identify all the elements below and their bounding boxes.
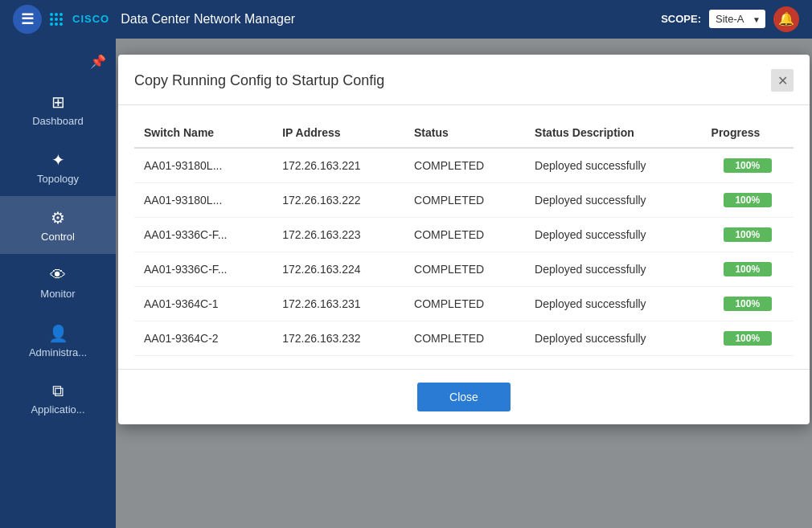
col-header-ip-address: IP Address [273, 118, 404, 148]
table-row: AA01-93180L... 172.26.163.222 COMPLETED … [134, 183, 794, 218]
sidebar-label-control: Control [41, 231, 75, 243]
cell-ip-address: 172.26.163.223 [273, 218, 404, 252]
results-table: Switch Name IP Address Status Status Des… [134, 118, 794, 356]
sidebar-item-applications[interactable]: ⧉ Applicatio... [0, 370, 116, 428]
cell-progress: 100% [702, 218, 794, 252]
cell-status-description: Deployed successfully [525, 321, 701, 356]
cell-switch-name: AA01-93180L... [134, 148, 273, 183]
cell-status: COMPLETED [404, 148, 525, 183]
header-left: ☰ CISCO Data Center Network Manager [13, 5, 295, 34]
pin-area: 📌 [0, 42, 116, 80]
scope-wrapper[interactable]: Site-A Site-B Global ▼ [709, 10, 765, 28]
cell-status-description: Deployed successfully [525, 148, 701, 183]
sidebar-item-administration[interactable]: 👤 Administra... [0, 312, 116, 370]
progress-bar: 100% [724, 227, 772, 242]
cell-ip-address: 172.26.163.222 [273, 183, 404, 218]
sidebar-label-monitor: Monitor [40, 288, 75, 300]
modal-footer: Close [118, 369, 810, 424]
table-row: AA01-9336C-F... 172.26.163.223 COMPLETED… [134, 218, 794, 252]
table-row: AA01-93180L... 172.26.163.221 COMPLETED … [134, 148, 794, 183]
modal-dialog: Copy Running Config to Startup Config ✕ … [118, 55, 810, 424]
cell-progress: 100% [702, 183, 794, 218]
hamburger-icon: ☰ [21, 10, 34, 28]
table-row: AA01-9336C-F... 172.26.163.224 COMPLETED… [134, 252, 794, 287]
scope-dropdown[interactable]: Site-A Site-B Global [709, 10, 765, 28]
col-header-progress: Progress [702, 118, 794, 148]
footer-close-button[interactable]: Close [417, 383, 511, 411]
progress-bar: 100% [724, 297, 772, 311]
cell-switch-name: AA01-93180L... [134, 183, 273, 218]
modal-overlay: Copy Running Config to Startup Config ✕ … [116, 39, 812, 528]
sidebar-item-monitor[interactable]: 👁 Monitor [0, 254, 116, 312]
modal-header: Copy Running Config to Startup Config ✕ [118, 55, 810, 105]
notification-button[interactable]: 🔔 [773, 6, 799, 32]
cell-status-description: Deployed successfully [525, 252, 701, 287]
sidebar-item-control[interactable]: ⚙ Control [0, 196, 116, 254]
cell-switch-name: AA01-9336C-F... [134, 218, 273, 252]
modal-close-button[interactable]: ✕ [771, 69, 794, 92]
cell-switch-name: AA01-9364C-1 [134, 287, 273, 321]
sidebar-label-applications: Applicatio... [31, 403, 84, 415]
sidebar-label-topology: Topology [37, 173, 79, 185]
app-title: Data Center Network Manager [121, 12, 295, 27]
cell-switch-name: AA01-9364C-2 [134, 321, 273, 356]
col-header-status: Status [404, 118, 525, 148]
col-header-status-description: Status Description [525, 118, 701, 148]
modal-title: Copy Running Config to Startup Config [134, 72, 384, 89]
progress-bar: 100% [724, 262, 772, 276]
sidebar-item-topology[interactable]: ✦ Topology [0, 138, 116, 196]
administration-icon: 👤 [48, 324, 68, 343]
cisco-dots-icon [50, 13, 63, 26]
cell-status: COMPLETED [404, 287, 525, 321]
sidebar: 📌 ⊞ Dashboard ✦ Topology ⚙ Control 👁 Mon… [0, 39, 116, 528]
content-area: Copy Running Config to Startup Config ✕ … [116, 39, 812, 528]
progress-bar: 100% [724, 158, 772, 173]
bell-icon: 🔔 [778, 11, 794, 27]
table-header-row: Switch Name IP Address Status Status Des… [134, 118, 794, 148]
dashboard-icon: ⊞ [51, 92, 65, 112]
cell-ip-address: 172.26.163.224 [273, 252, 404, 287]
cell-ip-address: 172.26.163.221 [273, 148, 404, 183]
cell-switch-name: AA01-9336C-F... [134, 252, 273, 287]
cell-status-description: Deployed successfully [525, 218, 701, 252]
control-icon: ⚙ [51, 208, 65, 227]
monitor-icon: 👁 [50, 266, 66, 284]
cell-status: COMPLETED [404, 218, 525, 252]
cell-progress: 100% [702, 148, 794, 183]
cell-ip-address: 172.26.163.232 [273, 321, 404, 356]
cell-status: COMPLETED [404, 252, 525, 287]
main-layout: 📌 ⊞ Dashboard ✦ Topology ⚙ Control 👁 Mon… [0, 39, 812, 528]
cell-progress: 100% [702, 321, 794, 356]
menu-button[interactable]: ☰ [13, 5, 42, 34]
scope-label: SCOPE: [661, 13, 701, 25]
cisco-logo: CISCO [50, 13, 109, 26]
cell-progress: 100% [702, 252, 794, 287]
table-row: AA01-9364C-2 172.26.163.232 COMPLETED De… [134, 321, 794, 356]
sidebar-item-dashboard[interactable]: ⊞ Dashboard [0, 80, 116, 138]
topology-icon: ✦ [51, 150, 65, 170]
cell-status-description: Deployed successfully [525, 183, 701, 218]
progress-bar: 100% [724, 193, 772, 207]
sidebar-label-administration: Administra... [29, 346, 87, 358]
cell-status: COMPLETED [404, 321, 525, 356]
app-header: ☰ CISCO Data Center Network Manager SCOP… [0, 0, 812, 39]
progress-bar: 100% [724, 331, 772, 346]
table-row: AA01-9364C-1 172.26.163.231 COMPLETED De… [134, 287, 794, 321]
header-right: SCOPE: Site-A Site-B Global ▼ 🔔 [661, 6, 799, 32]
cell-status-description: Deployed successfully [525, 287, 701, 321]
table-container: Switch Name IP Address Status Status Des… [118, 105, 810, 369]
cell-ip-address: 172.26.163.231 [273, 287, 404, 321]
pin-icon[interactable]: 📌 [90, 54, 106, 69]
cell-status: COMPLETED [404, 183, 525, 218]
sidebar-label-dashboard: Dashboard [32, 115, 84, 127]
cell-progress: 100% [702, 287, 794, 321]
col-header-switch-name: Switch Name [134, 118, 273, 148]
cisco-brand: CISCO [72, 13, 109, 25]
applications-icon: ⧉ [52, 382, 64, 400]
